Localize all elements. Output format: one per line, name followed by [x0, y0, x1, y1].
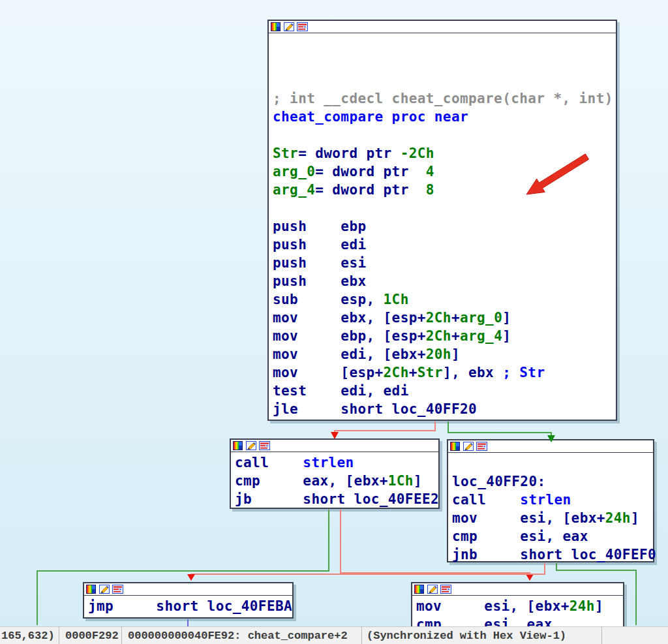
code-line: mov esi, [ebx+24h] — [416, 597, 623, 615]
node-code: loc_40FF20:call strlenmov esi, [ebx+24h]… — [448, 453, 653, 564]
code-line: loc_40FF20: — [452, 472, 653, 491]
node-code: jmp short loc_40FEBA — [84, 596, 292, 615]
code-line: push esi — [273, 254, 616, 272]
node-titlebar — [269, 21, 616, 33]
code-line: cheat_compare proc near — [273, 108, 616, 126]
code-line — [273, 199, 616, 217]
code-line: ; int __cdecl cheat_compare(char *, int) — [273, 89, 616, 108]
node-color-icon[interactable] — [450, 442, 461, 451]
edit-node-icon[interactable] — [427, 585, 438, 594]
graph-node-loc-40ff20[interactable]: loc_40FF20:call strlenmov esi, [ebx+24h]… — [447, 439, 654, 562]
status-address: 000000000040FE92: cheat_compare+2 — [122, 627, 362, 644]
edit-node-icon[interactable] — [99, 585, 110, 594]
graph-node-strlen-cmp[interactable]: call strlencmp eax, [ebx+1Ch]jb short lo… — [230, 438, 440, 509]
node-titlebar — [448, 440, 653, 453]
node-color-icon[interactable] — [86, 585, 97, 594]
graph-node-jmp[interactable]: jmp short loc_40FEBA — [83, 582, 294, 619]
code-line: cmp eax, [ebx+1Ch] — [235, 472, 438, 490]
code-line: push ebx — [273, 272, 616, 290]
edit-node-icon[interactable] — [463, 442, 474, 451]
code-line: push edi — [273, 236, 616, 254]
code-line — [273, 35, 616, 53]
code-line: jmp short loc_40FEBA — [88, 597, 292, 615]
node-titlebar — [84, 583, 292, 596]
edge-arrowhead-red — [526, 574, 534, 581]
code-line — [273, 71, 616, 89]
edit-node-icon[interactable] — [246, 441, 256, 450]
code-line: jb short loc_40FEE2 — [235, 490, 438, 508]
code-line: arg_4= dword ptr 8 — [273, 181, 616, 199]
edge-entry-to-locff20-green — [448, 422, 551, 436]
code-line: mov ebx, [esp+2Ch+arg_0] — [273, 309, 616, 327]
node-color-icon[interactable] — [414, 585, 425, 594]
code-line: jle short loc_40FF20 — [273, 400, 616, 418]
code-line: mov [esp+2Ch+Str], ebx ; Str — [273, 363, 616, 382]
status-sync: (Synchronized with Hex View-1) — [362, 627, 602, 644]
edge-arrowhead-red — [187, 574, 195, 581]
code-line: call strlen — [235, 453, 438, 472]
code-line: mov esi, [ebx+24h] — [452, 509, 653, 527]
group-node-icon[interactable] — [259, 441, 269, 450]
code-line: jnb short loc_40FEF0 — [452, 545, 653, 564]
group-node-icon[interactable] — [440, 585, 451, 594]
code-line — [273, 126, 616, 144]
code-line: Str= dword ptr -2Ch — [273, 144, 616, 162]
code-line: arg_0= dword ptr 4 — [273, 162, 616, 181]
code-line: mov ebp, [esp+2Ch+arg_4] — [273, 327, 616, 345]
graph-node-entry[interactable]: ; int __cdecl cheat_compare(char *, int)… — [267, 20, 617, 421]
code-line: cmp esi, eax — [452, 527, 653, 545]
node-code: ; int __cdecl cheat_compare(char *, int)… — [269, 33, 616, 418]
group-node-icon[interactable] — [297, 22, 307, 31]
code-line: push ebp — [273, 217, 616, 236]
status-coords: 165,632) — [0, 627, 59, 644]
code-line: sub esp, 1Ch — [273, 290, 616, 309]
node-titlebar — [231, 440, 438, 452]
status-bar: 165,632) 0000F292 000000000040FE92: chea… — [0, 626, 668, 644]
code-line: call strlen — [452, 491, 653, 509]
node-titlebar — [412, 583, 623, 596]
node-color-icon[interactable] — [271, 22, 281, 31]
edit-node-icon[interactable] — [284, 22, 294, 31]
code-line — [452, 454, 653, 472]
group-node-icon[interactable] — [476, 442, 487, 451]
status-file-offset: 0000F292 — [59, 627, 122, 644]
code-line: test edi, edi — [273, 382, 616, 400]
group-node-icon[interactable] — [112, 585, 123, 594]
edge-entry-to-strlen-red — [335, 422, 435, 433]
graph-node-mov-cmp[interactable]: mov esi, [ebx+24h]cmp esi, eax — [411, 582, 624, 628]
code-line: mov edi, [ebx+20h] — [273, 345, 616, 363]
node-code: call strlencmp eax, [ebx+1Ch]jb short lo… — [231, 452, 438, 508]
edge-locff20-to-jmp-red — [191, 563, 545, 575]
graph-canvas[interactable]: ; int __cdecl cheat_compare(char *, int)… — [0, 0, 668, 644]
code-line — [273, 53, 616, 71]
node-color-icon[interactable] — [233, 441, 243, 450]
status-spacer — [602, 627, 668, 644]
